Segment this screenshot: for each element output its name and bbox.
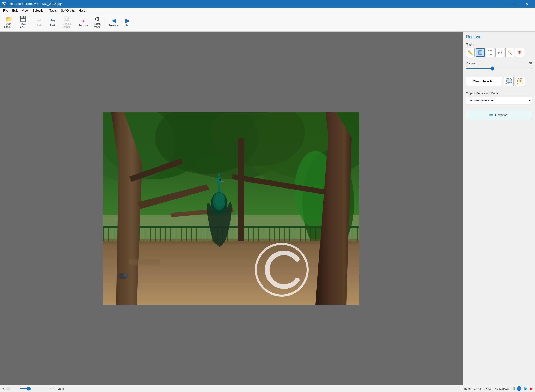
radius-slider-container: [466, 66, 532, 70]
svg-rect-43: [248, 226, 249, 241]
time-display: Time (s): 247.5: [461, 387, 481, 390]
toolbar-nav-group: ◀ Previous ▶ Next: [106, 15, 135, 30]
svg-point-73: [216, 177, 222, 184]
next-button[interactable]: ▶ Next: [121, 15, 134, 30]
load-selection-button[interactable]: [516, 77, 525, 86]
facebook-icon[interactable]: : [513, 386, 515, 391]
svg-rect-47: [269, 226, 270, 241]
svg-rect-44: [253, 226, 254, 241]
youtube-icon[interactable]: ▶: [530, 386, 533, 391]
time-value: 247.5: [474, 387, 481, 390]
svg-rect-46: [264, 226, 264, 241]
svg-rect-53: [300, 226, 301, 241]
image-dimensions: 4032x3024: [495, 387, 509, 390]
menu-item-edit[interactable]: Edit: [10, 8, 20, 13]
eraser-tool-button[interactable]: [476, 48, 485, 57]
menu-item-tools[interactable]: Tools: [47, 8, 59, 13]
remove-arrow-icon: ➡: [489, 112, 493, 118]
zoom-slider[interactable]: [20, 388, 51, 389]
pencil-tool-button[interactable]: ✏️: [466, 48, 475, 57]
status-icons: ↖ ⬜: [2, 387, 10, 390]
minimize-button[interactable]: ─: [497, 0, 509, 8]
remove-action-button[interactable]: ➡ Remove: [466, 110, 532, 120]
menubar: File Edit View Selection Tools SoftOrbit…: [0, 8, 535, 13]
clear-selection-button[interactable]: Clear Selection: [466, 77, 502, 86]
redo-button[interactable]: ↪ Redo: [46, 15, 60, 30]
svg-line-91: [508, 51, 509, 52]
svg-rect-31: [186, 226, 187, 241]
zoom-value: 26%: [58, 387, 64, 390]
previous-icon: ◀: [112, 18, 116, 24]
menu-item-view[interactable]: View: [20, 8, 31, 13]
svg-rect-23: [145, 226, 145, 241]
time-label: Time (s):: [461, 387, 472, 390]
svg-line-94: [510, 53, 511, 54]
svg-rect-17: [114, 226, 114, 241]
titlebar-controls: ─ □ ✕: [497, 0, 533, 8]
canvas-area[interactable]: [0, 32, 463, 385]
svg-rect-16: [108, 226, 109, 241]
twitter-icon[interactable]: 🐦: [523, 386, 528, 391]
menu-item-file[interactable]: File: [1, 8, 10, 13]
radius-row: Radius 40: [466, 62, 532, 65]
svg-rect-26: [160, 226, 161, 241]
add-files-label: AddFile(s)...: [4, 22, 13, 29]
svg-rect-48: [274, 226, 275, 241]
pin-tool-button[interactable]: [515, 48, 524, 57]
svg-rect-27: [165, 226, 166, 241]
radius-value: 40: [529, 62, 532, 65]
svg-rect-33: [196, 226, 197, 241]
tools-section: Tools ✏️: [466, 43, 532, 59]
close-button[interactable]: ✕: [521, 0, 533, 8]
previous-button[interactable]: ◀ Previous: [107, 15, 120, 30]
save-as-label: Saveas...: [20, 22, 26, 29]
main-area: Remove Tools ✏️: [0, 32, 535, 385]
mode-section: Object Removing Mode Texture generation …: [466, 92, 532, 107]
undo-icon: ↩: [37, 18, 41, 24]
toolbar: 📁 AddFile(s)... 💾 Saveas... ↩ Undo ↪ Red…: [0, 13, 535, 32]
lasso-tool-button[interactable]: [495, 48, 504, 57]
magic-wand-tool-button[interactable]: [505, 48, 514, 57]
rect-select-tool-button[interactable]: [486, 48, 494, 57]
radius-slider[interactable]: [466, 68, 532, 69]
redo-label: Redo: [50, 24, 56, 27]
svg-point-76: [218, 174, 219, 175]
svg-rect-25: [155, 226, 156, 241]
svg-line-89: [511, 51, 511, 52]
undo-label: Undo: [36, 24, 42, 27]
svg-point-74: [219, 179, 221, 181]
add-files-icon: 📁: [5, 16, 12, 22]
mode-select[interactable]: Texture generation Content Aware Fill Sm…: [466, 97, 532, 104]
svg-rect-54: [305, 226, 306, 241]
svg-rect-55: [310, 226, 311, 241]
next-label: Next: [125, 24, 130, 27]
toolbar-file-group: 📁 AddFile(s)... 💾 Saveas...: [1, 15, 31, 30]
maximize-button[interactable]: □: [509, 0, 521, 8]
app-title: Photo Stamp Remover - IMG_0492.jpg*: [7, 2, 497, 6]
add-files-button[interactable]: 📁 AddFile(s)...: [2, 15, 16, 30]
remove-icon: ◈: [81, 18, 86, 24]
menu-item-softorbits[interactable]: SoftOrbits: [59, 8, 77, 13]
toolbar-remove-group: ◈ Remove ⚙ BatchMode: [76, 15, 105, 30]
object-removing-mode-label: Object Removing Mode: [466, 92, 532, 95]
svg-rect-32: [191, 226, 192, 241]
remove-button-toolbar[interactable]: ◈ Remove: [77, 15, 90, 30]
social-icon-2[interactable]: 🔵: [516, 386, 522, 391]
radius-label: Radius: [466, 62, 475, 65]
next-icon: ▶: [125, 18, 130, 24]
save-selection-button[interactable]: [504, 77, 514, 86]
batch-mode-button[interactable]: ⚙ BatchMode: [91, 15, 104, 30]
menu-item-selection[interactable]: Selection: [31, 8, 47, 13]
menu-item-help[interactable]: Help: [77, 8, 87, 13]
remove-label: Remove: [78, 24, 88, 27]
svg-rect-56: [315, 226, 316, 241]
svg-point-96: [519, 51, 520, 52]
svg-rect-49: [279, 226, 280, 241]
undo-button[interactable]: ↩ Undo: [32, 15, 46, 30]
clear-selection-label: Clear Selection: [473, 79, 495, 83]
scene-image: [103, 112, 359, 305]
save-as-button[interactable]: 💾 Saveas...: [16, 15, 29, 30]
remove-action-label: Remove: [495, 113, 509, 117]
original-image-button[interactable]: 🖼 OriginalImage: [60, 15, 74, 30]
svg-point-82: [123, 273, 129, 277]
